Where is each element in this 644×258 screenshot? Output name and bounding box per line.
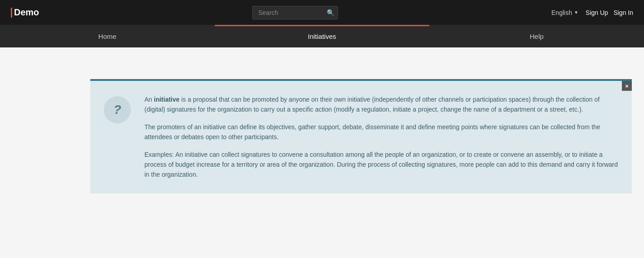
logo-text: Demo xyxy=(14,7,39,18)
auth-links: Sign Up Sign In xyxy=(586,9,633,16)
nav-item-home[interactable]: Home xyxy=(0,25,215,47)
info-paragraph-1: An initiative is a proposal that can be … xyxy=(144,94,618,115)
signin-link[interactable]: Sign In xyxy=(613,9,633,16)
top-bar: Demo 🔍 English ▼ Sign Up Sign In xyxy=(0,0,644,25)
search-input[interactable] xyxy=(252,6,338,19)
question-icon: ? xyxy=(104,96,131,123)
language-selector[interactable]: English ▼ xyxy=(551,9,579,16)
search-icon-button[interactable]: 🔍 xyxy=(327,9,334,16)
search-area: 🔍 xyxy=(252,6,338,19)
signup-link[interactable]: Sign Up xyxy=(586,9,608,16)
search-wrapper: 🔍 xyxy=(252,6,338,19)
nav-item-help[interactable]: Help xyxy=(429,25,644,47)
right-controls: English ▼ Sign Up Sign In xyxy=(551,9,633,16)
logo: Demo xyxy=(11,7,39,18)
info-panel: × ? An initiative is a proposal that can… xyxy=(90,79,632,193)
nav-item-initiatives[interactable]: Initiatives xyxy=(215,25,430,47)
language-label: English xyxy=(551,9,572,16)
info-paragraph-2: The promoters of an initiative can defin… xyxy=(144,122,618,142)
info-text: An initiative is a proposal that can be … xyxy=(144,94,618,180)
chevron-down-icon: ▼ xyxy=(574,10,579,15)
search-icon: 🔍 xyxy=(327,9,334,16)
close-button[interactable]: × xyxy=(622,81,632,91)
info-paragraph-3: Examples: An initiative can collect sign… xyxy=(144,150,618,180)
main-content: × ? An initiative is a proposal that can… xyxy=(0,47,644,193)
question-mark: ? xyxy=(113,103,121,117)
logo-cursor xyxy=(11,8,12,18)
nav-bar: Home Initiatives Help xyxy=(0,25,644,47)
